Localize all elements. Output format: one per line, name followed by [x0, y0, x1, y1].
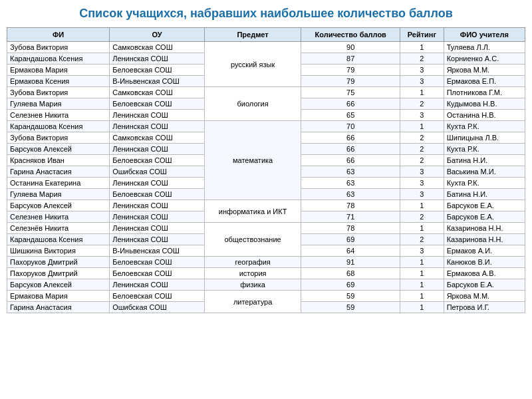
cell-rating: 1 [400, 121, 444, 132]
cell-rating: 2 [400, 144, 444, 155]
cell-fi: Пахоруков Дмитрий [7, 257, 110, 268]
cell-predmet: русский язык [204, 42, 301, 87]
students-table: ФИ ОУ Предмет Количество баллов Рейтинг … [7, 27, 525, 313]
cell-rating: 1 [400, 200, 444, 211]
cell-teacher: Кухта Р.К. [444, 144, 525, 155]
cell-teacher: Туляева Л.Л. [444, 42, 525, 53]
cell-fi: Ермакова Мария [7, 65, 110, 76]
cell-ou: Ленинская СОШ [110, 121, 205, 132]
cell-ou: Ленинская СОШ [110, 211, 205, 223]
cell-bally: 63 [301, 189, 400, 200]
cell-bally: 66 [301, 155, 400, 166]
cell-teacher: Петрова И.Г. [444, 302, 525, 313]
cell-teacher: Канюков В.И. [444, 257, 525, 268]
cell-ou: Ленинская СОШ [110, 144, 205, 155]
cell-ou: Ленинская СОШ [110, 279, 205, 291]
cell-teacher: Барсуков Е.А. [444, 200, 525, 211]
cell-teacher: Яркова М.М. [444, 291, 525, 302]
cell-teacher: Батина Н.И. [444, 155, 525, 166]
cell-fi: Карандашова Ксения [7, 234, 110, 245]
cell-bally: 69 [301, 234, 400, 245]
cell-rating: 2 [400, 98, 444, 110]
cell-rating: 1 [400, 223, 444, 234]
cell-fi: Гарина Анастасия [7, 302, 110, 313]
cell-bally: 59 [301, 291, 400, 302]
cell-teacher: Казаринова Н.Н. [444, 223, 525, 234]
cell-ou: В-Иньвенская СОШ [110, 245, 205, 257]
cell-bally: 70 [301, 121, 400, 132]
cell-ou: Ленинская СОШ [110, 223, 205, 234]
cell-rating: 2 [400, 234, 444, 245]
cell-teacher: Останина Н.В. [444, 110, 525, 121]
table-row: Ермакова МарияБелоевская СОШлитература59… [7, 291, 525, 302]
cell-teacher: Яркова М.М. [444, 65, 525, 76]
cell-bally: 63 [301, 178, 400, 189]
table-row: Пахоруков ДмитрийБелоевская СОШгеография… [7, 257, 525, 268]
cell-fi: Зубова Виктория [7, 87, 110, 98]
cell-rating: 3 [400, 76, 444, 87]
cell-teacher: Кухта Р.К. [444, 121, 525, 132]
cell-ou: Белоевская СОШ [110, 155, 205, 166]
cell-ou: Самковская СОШ [110, 42, 205, 53]
cell-rating: 3 [400, 245, 444, 257]
col-header-ou: ОУ [110, 28, 205, 42]
cell-ou: Белоевская СОШ [110, 257, 205, 268]
cell-ou: Ленинская СОШ [110, 178, 205, 189]
cell-teacher: Кухта Р.К. [444, 178, 525, 189]
cell-teacher: Ермакова А.В. [444, 268, 525, 279]
cell-rating: 3 [400, 166, 444, 178]
cell-bally: 65 [301, 110, 400, 121]
cell-ou: Белоевская СОШ [110, 65, 205, 76]
cell-rating: 2 [400, 155, 444, 166]
cell-bally: 91 [301, 257, 400, 268]
table-row: Пахоруков ДмитрийБелоевская СОШистория68… [7, 268, 525, 279]
cell-ou: Белоевская СОШ [110, 291, 205, 302]
cell-ou: Ленинская СОШ [110, 234, 205, 245]
cell-ou: Ошибская СОШ [110, 302, 205, 313]
cell-ou: Ленинская СОШ [110, 53, 205, 65]
cell-bally: 79 [301, 76, 400, 87]
cell-teacher: Казаринова Н.Н. [444, 234, 525, 245]
cell-teacher: Васькина М.И. [444, 166, 525, 178]
cell-fi: Гарина Анастасия [7, 166, 110, 178]
table-row: Зубова ВикторияСамковская СОШрусский язы… [7, 42, 525, 53]
page-title: Список учащихся, набравших наибольшее ко… [7, 7, 525, 21]
cell-ou: Ленинская СОШ [110, 110, 205, 121]
cell-ou: Самковская СОШ [110, 87, 205, 98]
cell-bally: 78 [301, 223, 400, 234]
cell-rating: 3 [400, 65, 444, 76]
cell-teacher: Батина Н.И. [444, 189, 525, 200]
cell-bally: 66 [301, 132, 400, 144]
cell-rating: 1 [400, 42, 444, 53]
cell-rating: 1 [400, 302, 444, 313]
cell-fi: Пахоруков Дмитрий [7, 268, 110, 279]
cell-rating: 2 [400, 53, 444, 65]
cell-ou: В-Иньвенская СОШ [110, 76, 205, 87]
cell-teacher: Корниенко А.С. [444, 53, 525, 65]
table-row: Барсуков АлексейЛенинская СОШфизика691Ба… [7, 279, 525, 291]
cell-fi: Гуляева Мария [7, 189, 110, 200]
cell-fi: Карандашова Ксения [7, 53, 110, 65]
cell-ou: Ленинская СОШ [110, 200, 205, 211]
cell-bally: 68 [301, 268, 400, 279]
cell-rating: 1 [400, 257, 444, 268]
cell-fi: Красняков Иван [7, 155, 110, 166]
cell-teacher: Шипицына Л.В. [444, 132, 525, 144]
cell-predmet: информатика и ИКТ [204, 200, 301, 223]
cell-rating: 2 [400, 211, 444, 223]
cell-bally: 59 [301, 302, 400, 313]
cell-predmet: математика [204, 121, 301, 200]
cell-ou: Ошибская СОШ [110, 166, 205, 178]
cell-bally: 64 [301, 245, 400, 257]
cell-fi: Карандашова Ксения [7, 121, 110, 132]
cell-bally: 66 [301, 144, 400, 155]
col-header-teacher: ФИО учителя [444, 28, 525, 42]
cell-teacher: Барсуков Е.А. [444, 211, 525, 223]
cell-rating: 2 [400, 132, 444, 144]
cell-teacher: Барсуков Е.А. [444, 279, 525, 291]
cell-fi: Ермакова Мария [7, 291, 110, 302]
col-header-rating: Рейтинг [400, 28, 444, 42]
cell-ou: Самковская СОШ [110, 132, 205, 144]
cell-fi: Селезнев Никита [7, 211, 110, 223]
cell-predmet: биология [204, 87, 301, 121]
